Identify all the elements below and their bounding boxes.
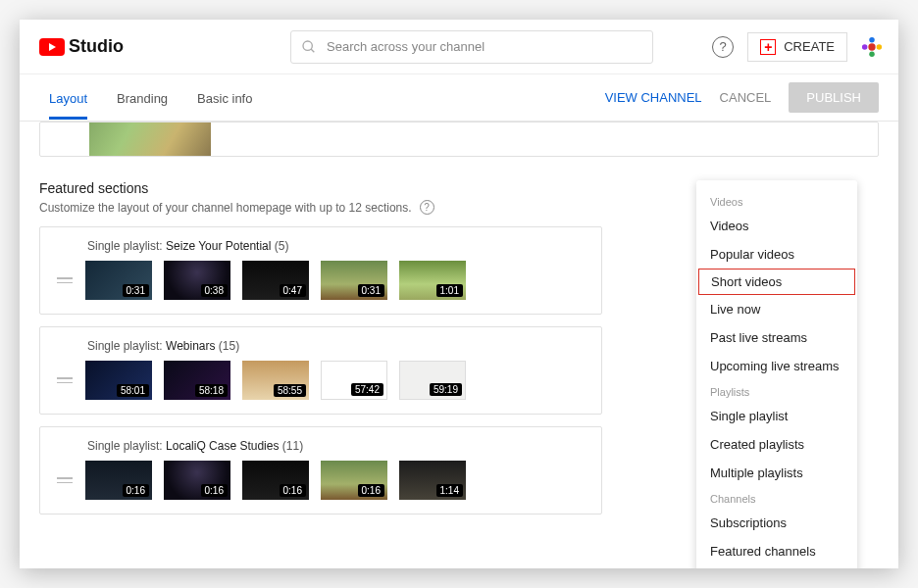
duration-badge: 0:31	[358, 284, 384, 297]
video-thumbnail[interactable]: 58:55	[242, 361, 309, 400]
duration-badge: 1:14	[436, 484, 463, 497]
section-card: Single playlist: Seize Your Potential (5…	[39, 226, 602, 315]
duration-badge: 58:18	[195, 384, 228, 397]
section-card: Single playlist: Webinars (15)58:0158:18…	[39, 326, 602, 415]
create-button[interactable]: + CREATE	[747, 32, 847, 62]
video-thumbnail[interactable]: 0:16	[85, 461, 152, 500]
dropdown-item-popular-videos[interactable]: Popular videos	[696, 240, 857, 269]
duration-badge: 59:19	[430, 383, 462, 396]
video-thumbnail[interactable]: 0:31	[321, 261, 387, 300]
view-channel-link[interactable]: VIEW CHANNEL	[605, 90, 702, 105]
video-thumbnail[interactable]: 0:16	[321, 461, 387, 500]
brand-text: Studio	[69, 36, 124, 57]
cancel-button[interactable]: CANCEL	[720, 90, 772, 105]
studio-window: Studio Search across your channel ? + CR…	[20, 20, 898, 568]
svg-point-5	[869, 51, 875, 57]
dropdown-group-title: Videos	[696, 190, 857, 212]
search-icon	[301, 39, 317, 55]
dropdown-item-past-live-streams[interactable]: Past live streams	[696, 323, 857, 352]
duration-badge: 0:16	[280, 484, 306, 497]
section-heading: Single playlist: LocaliQ Case Studies (1…	[87, 439, 587, 453]
trailer-card	[39, 122, 879, 157]
content-area: Featured sections Customize the layout o…	[20, 122, 898, 568]
video-thumbnail[interactable]: 1:14	[399, 461, 466, 500]
duration-badge: 58:01	[117, 384, 149, 397]
section-type-dropdown[interactable]: VideosVideosPopular videosShort videosLi…	[696, 180, 857, 568]
tabs: LayoutBrandingBasic info	[49, 77, 252, 119]
search-input[interactable]: Search across your channel	[290, 30, 653, 64]
svg-point-3	[869, 36, 875, 42]
dropdown-item-multiple-playlists[interactable]: Multiple playlists	[696, 459, 857, 487]
dropdown-item-live-now[interactable]: Live now	[696, 295, 857, 323]
video-thumbnail[interactable]: 0:16	[242, 461, 309, 500]
search-placeholder: Search across your channel	[327, 39, 484, 54]
help-icon[interactable]: ?	[420, 200, 434, 215]
section-row: 0:310:380:470:311:01	[56, 261, 587, 300]
header-actions: ? + CREATE	[712, 32, 883, 62]
section-row: 58:0158:1858:5557:4259:19	[56, 361, 587, 400]
thumb-list: 0:160:160:160:161:14	[85, 461, 466, 500]
duration-badge: 1:01	[436, 284, 463, 297]
dropdown-item-short-videos[interactable]: Short videos	[698, 269, 855, 295]
duration-badge: 0:16	[123, 484, 149, 497]
dropdown-item-single-playlist[interactable]: Single playlist	[696, 402, 857, 430]
svg-point-4	[877, 44, 883, 50]
svg-line-1	[311, 49, 314, 52]
avatar-icon[interactable]	[861, 36, 883, 58]
youtube-logo-icon	[39, 38, 65, 56]
thumb-list: 58:0158:1858:5557:4259:19	[85, 361, 466, 400]
create-label: CREATE	[784, 39, 835, 54]
create-plus-icon: +	[760, 39, 776, 55]
dropdown-group-title: Channels	[696, 487, 857, 509]
video-thumbnail[interactable]: 0:16	[164, 461, 230, 500]
dropdown-group-title: Playlists	[696, 380, 857, 402]
video-thumbnail[interactable]: 57:42	[321, 361, 387, 400]
featured-subtitle-text: Customize the layout of your channel hom…	[39, 201, 412, 215]
dropdown-item-featured-channels[interactable]: Featured channels	[696, 537, 857, 565]
duration-badge: 0:31	[123, 284, 149, 297]
section-heading: Single playlist: Seize Your Potential (5…	[87, 239, 587, 253]
help-icon[interactable]: ?	[712, 36, 734, 58]
section-card: Single playlist: LocaliQ Case Studies (1…	[39, 426, 602, 514]
svg-point-2	[868, 43, 875, 50]
duration-badge: 0:16	[201, 484, 228, 497]
trailer-thumbnail[interactable]	[89, 122, 211, 156]
section-heading: Single playlist: Webinars (15)	[87, 339, 587, 353]
dropdown-item-created-playlists[interactable]: Created playlists	[696, 430, 857, 459]
duration-badge: 0:38	[201, 284, 228, 297]
video-thumbnail[interactable]: 58:01	[85, 361, 152, 400]
svg-point-0	[303, 41, 312, 50]
tab-branding[interactable]: Branding	[117, 77, 168, 119]
video-thumbnail[interactable]: 0:31	[85, 261, 152, 300]
tab-basic-info[interactable]: Basic info	[197, 77, 252, 119]
dropdown-item-videos[interactable]: Videos	[696, 212, 857, 240]
dropdown-item-upcoming-live-streams[interactable]: Upcoming live streams	[696, 352, 857, 380]
thumb-list: 0:310:380:470:311:01	[85, 261, 466, 300]
tab-layout[interactable]: Layout	[49, 77, 87, 119]
video-thumbnail[interactable]: 58:18	[164, 361, 230, 400]
drag-handle-icon[interactable]	[56, 477, 74, 483]
duration-badge: 57:42	[351, 383, 383, 396]
tabs-actions: VIEW CHANNEL CANCEL PUBLISH	[605, 82, 879, 113]
drag-handle-icon[interactable]	[56, 277, 74, 283]
drag-handle-icon[interactable]	[56, 377, 74, 383]
svg-point-6	[862, 44, 868, 50]
publish-button[interactable]: PUBLISH	[789, 82, 879, 113]
video-thumbnail[interactable]: 0:47	[242, 261, 309, 300]
section-row: 0:160:160:160:161:14	[56, 461, 587, 500]
video-thumbnail[interactable]: 1:01	[399, 261, 466, 300]
dropdown-item-subscriptions[interactable]: Subscriptions	[696, 509, 857, 537]
duration-badge: 58:55	[274, 384, 306, 397]
tabs-row: LayoutBrandingBasic info VIEW CHANNEL CA…	[20, 74, 898, 122]
video-thumbnail[interactable]: 0:38	[164, 261, 230, 300]
brand[interactable]: Studio	[39, 36, 124, 57]
duration-badge: 0:47	[280, 284, 306, 297]
duration-badge: 0:16	[358, 484, 384, 497]
video-thumbnail[interactable]: 59:19	[399, 361, 466, 400]
top-header: Studio Search across your channel ? + CR…	[20, 20, 898, 74]
